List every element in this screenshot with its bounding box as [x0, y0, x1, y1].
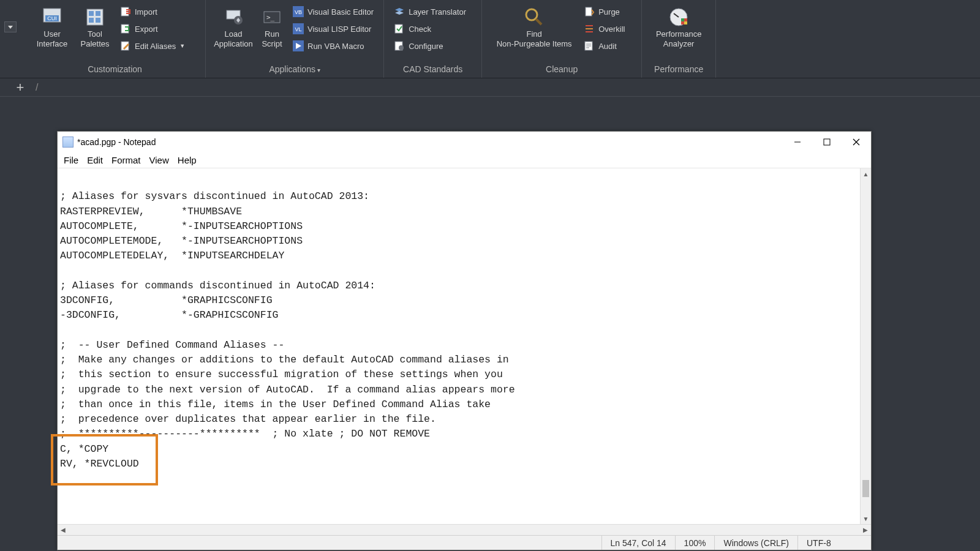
export-label: Export [135, 24, 158, 34]
purge-label: Purge [598, 7, 620, 17]
run-vba-button[interactable]: Run VBA Macro [289, 39, 377, 53]
overkill-button[interactable]: Overkill [580, 22, 635, 36]
vertical-scrollbar[interactable]: ▲ ▼ [860, 168, 871, 524]
scroll-track[interactable] [861, 179, 871, 513]
load-app-icon [222, 6, 244, 28]
svg-rect-6 [96, 11, 100, 16]
svg-point-23 [399, 45, 404, 50]
vlisp-editor-label: Visual LISP Editor [307, 24, 371, 34]
menu-view[interactable]: View [149, 155, 169, 165]
find-nonpurgeable-label: Find Non-Purgeable Items [497, 29, 572, 48]
menubar: File Edit Format View Help [58, 152, 871, 168]
layer-translator-button[interactable]: Layer Translator [390, 5, 473, 18]
scroll-thumb[interactable] [862, 480, 869, 497]
run-script-label: Run Script [262, 29, 282, 48]
export-icon [120, 23, 131, 34]
overkill-icon [584, 23, 595, 34]
vb-editor-label: Visual Basic Editor [307, 7, 374, 17]
tool-palettes-label: Tool Palettes [81, 29, 110, 48]
performance-analyzer-label: Performance Analyzer [656, 29, 701, 48]
close-button[interactable] [842, 132, 871, 152]
ribbon-dropdown[interactable] [4, 21, 17, 32]
run-script-icon: >_ [261, 6, 283, 28]
scroll-up-arrow[interactable]: ▲ [861, 168, 871, 179]
user-interface-label: User Interface [37, 29, 68, 48]
run-vba-label: Run VBA Macro [307, 42, 364, 51]
status-zoom: 100% [675, 536, 715, 550]
check-label: Check [409, 24, 431, 34]
import-button[interactable]: Import [116, 5, 199, 18]
scroll-left-arrow[interactable]: ◀ [58, 525, 69, 536]
menu-edit[interactable]: Edit [87, 155, 103, 165]
svg-rect-9 [121, 24, 129, 33]
svg-rect-34 [681, 18, 684, 21]
audit-button[interactable]: Audit [580, 39, 635, 53]
status-position: Ln 547, Col 14 [601, 536, 675, 550]
svg-point-24 [526, 9, 537, 20]
panel-cad-standards: Layer Translator Check Configure CAD Sta… [384, 0, 482, 78]
svg-rect-4 [89, 11, 94, 16]
svg-text:CUI: CUI [47, 15, 57, 21]
minimize-button[interactable] [783, 132, 812, 152]
audit-label: Audit [598, 42, 617, 51]
run-script-button[interactable]: >_ Run Script [255, 4, 289, 48]
menu-format[interactable]: Format [111, 155, 141, 165]
performance-analyzer-button[interactable]: Performance Analyzer [648, 4, 709, 48]
purge-button[interactable]: Purge [580, 5, 635, 18]
panel-performance-label: Performance [642, 62, 715, 78]
edit-aliases-icon [120, 40, 131, 51]
vlisp-editor-button[interactable]: VL Visual LISP Editor [289, 22, 377, 36]
panel-cad-standards-label: CAD Standards [384, 62, 481, 78]
horizontal-scrollbar[interactable]: ◀ ▶ [58, 524, 871, 535]
scroll-down-arrow[interactable]: ▼ [861, 513, 871, 524]
new-tab-button[interactable]: + [12, 81, 28, 94]
check-icon [394, 23, 405, 34]
svg-text:>_: >_ [266, 13, 275, 21]
svg-rect-7 [96, 18, 100, 23]
status-eol: Windows (CRLF) [714, 536, 797, 550]
tool-palettes-icon [84, 6, 106, 28]
export-button[interactable]: Export [116, 22, 199, 36]
edit-aliases-button[interactable]: Edit Aliases ▼ [116, 39, 199, 53]
maximize-button[interactable] [812, 132, 842, 152]
svg-rect-35 [684, 21, 687, 24]
svg-text:VB: VB [295, 9, 302, 15]
configure-label: Configure [409, 42, 443, 51]
scroll-right-arrow[interactable]: ▶ [860, 525, 871, 536]
load-application-label: Load Application [214, 29, 253, 48]
menu-help[interactable]: Help [178, 155, 197, 165]
svg-text:VL: VL [295, 26, 301, 32]
panel-cleanup-label: Cleanup [482, 62, 641, 78]
svg-rect-37 [824, 139, 830, 145]
vb-editor-button[interactable]: VB Visual Basic Editor [289, 5, 377, 18]
svg-rect-21 [395, 24, 402, 33]
panel-applications-label[interactable]: Applications [206, 62, 383, 78]
menu-file[interactable]: File [64, 155, 78, 165]
vb-icon: VB [293, 6, 304, 17]
statusbar: Ln 547, Col 14 100% Windows (CRLF) UTF-8 [58, 535, 871, 550]
gauge-icon [668, 6, 690, 28]
window-title: *acad.pgp - Notepad [77, 137, 156, 147]
configure-button[interactable]: Configure [390, 39, 473, 53]
svg-line-25 [536, 19, 541, 24]
tool-palettes-button[interactable]: Tool Palettes [74, 4, 116, 48]
vba-icon [293, 40, 304, 51]
check-button[interactable]: Check [390, 22, 473, 36]
notepad-app-icon [62, 137, 74, 148]
edit-aliases-label: Edit Aliases [135, 42, 176, 51]
panel-applications: Load Application >_ Run Script VB Visual… [206, 0, 384, 78]
user-interface-button[interactable]: CUI User Interface [31, 4, 74, 48]
overkill-label: Overkill [598, 24, 625, 34]
status-encoding: UTF-8 [797, 536, 871, 550]
panel-cleanup: Find Non-Purgeable Items Purge Overkill … [482, 0, 642, 78]
titlebar[interactable]: *acad.pgp - Notepad [58, 132, 871, 152]
find-nonpurgeable-button[interactable]: Find Non-Purgeable Items [488, 4, 580, 48]
svg-rect-5 [89, 18, 94, 23]
import-icon [120, 6, 131, 17]
load-application-button[interactable]: Load Application [212, 4, 255, 48]
import-label: Import [135, 7, 157, 17]
purge-icon [584, 6, 595, 17]
panel-customization-label: Customization [24, 62, 205, 78]
drawing-tabstrip: + / [0, 78, 980, 97]
text-area[interactable]: ; Aliases for sysvars discontinued in Au… [58, 168, 860, 524]
